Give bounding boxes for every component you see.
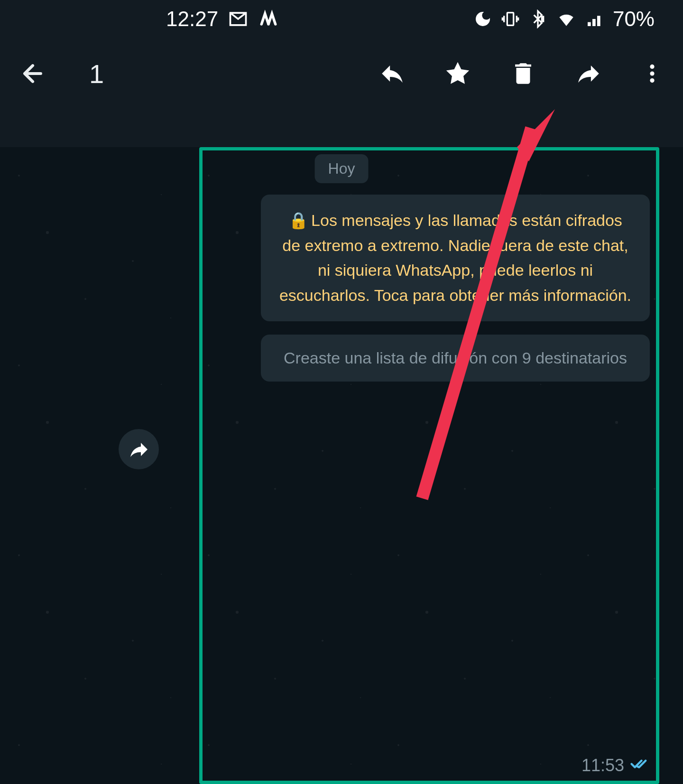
wifi-icon xyxy=(556,9,577,29)
message-time-text: 11:53 xyxy=(581,756,624,775)
message-timestamp: 11:53 xyxy=(581,753,650,777)
broadcast-text: Creaste una lista de difusión con 9 dest… xyxy=(284,349,627,367)
vibrate-icon xyxy=(501,9,520,28)
app-icon xyxy=(258,9,279,29)
read-receipt-icon xyxy=(630,753,650,777)
battery-percent: 70% xyxy=(613,7,655,31)
more-menu-button[interactable] xyxy=(640,62,664,85)
selection-count: 1 xyxy=(89,58,355,89)
svg-point-6 xyxy=(650,71,654,75)
status-left: 12:27 xyxy=(166,7,279,31)
svg-rect-3 xyxy=(592,19,596,26)
delete-button[interactable] xyxy=(509,60,537,87)
svg-rect-0 xyxy=(507,13,513,26)
lock-icon: 🔒 xyxy=(288,211,308,229)
reply-button[interactable] xyxy=(378,60,406,87)
selection-toolbar: 1 xyxy=(0,38,683,109)
encryption-text: Los mensajes y las llamadas están cifrad… xyxy=(279,211,631,304)
back-button[interactable] xyxy=(19,60,46,87)
svg-rect-1 xyxy=(541,16,545,22)
status-time: 12:27 xyxy=(166,7,218,31)
svg-point-5 xyxy=(650,65,654,69)
svg-rect-2 xyxy=(588,22,591,26)
encryption-notice[interactable]: 🔒Los mensajes y las llamadas están cifra… xyxy=(261,195,650,321)
svg-point-7 xyxy=(650,78,654,83)
signal-icon xyxy=(585,9,604,28)
broadcast-notice: Creaste una lista de difusión con 9 dest… xyxy=(261,335,650,382)
date-badge: Hoy xyxy=(315,154,369,183)
toolbar-actions xyxy=(378,60,664,87)
forward-button[interactable] xyxy=(575,60,602,87)
chat-area[interactable]: Hoy 🔒Los mensajes y las llamadas están c… xyxy=(0,147,683,784)
status-right: 70% xyxy=(473,7,655,31)
date-label: Hoy xyxy=(328,160,355,177)
svg-rect-4 xyxy=(597,16,600,26)
forward-balloon-button[interactable] xyxy=(119,429,159,469)
gmail-icon xyxy=(228,9,249,29)
dnd-icon xyxy=(473,9,492,28)
star-button[interactable] xyxy=(444,60,471,87)
bluetooth-icon xyxy=(528,9,547,28)
status-bar: 12:27 xyxy=(0,0,683,38)
